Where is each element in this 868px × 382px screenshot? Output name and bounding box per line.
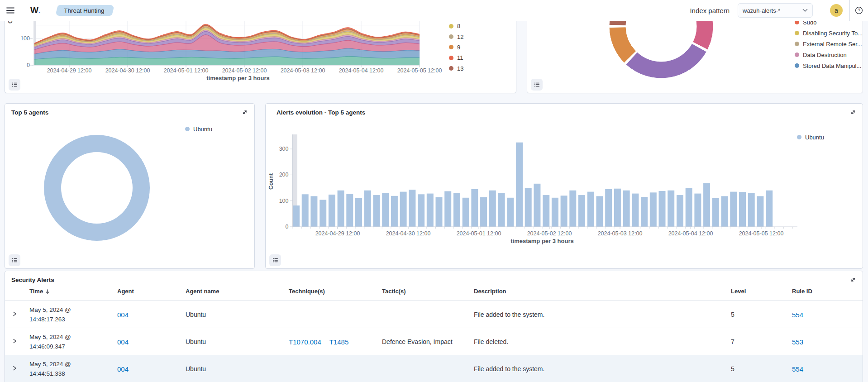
svg-text:2024-05-04 12:00: 2024-05-04 12:00 xyxy=(339,67,384,74)
menu-button[interactable] xyxy=(0,0,21,21)
index-pattern-label: Index pattern xyxy=(690,7,730,14)
legend-label: 11 xyxy=(457,54,463,61)
legend-dot-icon xyxy=(449,24,453,29)
legend-item[interactable]: Ubuntu xyxy=(797,132,824,143)
legend-item[interactable]: 13 xyxy=(449,63,463,74)
panel-title: Security Alerts xyxy=(11,277,54,283)
legend-dot-icon xyxy=(449,66,453,71)
svg-text:2024-05-03 12:00: 2024-05-03 12:00 xyxy=(598,230,643,237)
legend-item[interactable]: Data Destruction xyxy=(795,49,863,60)
legend-item[interactable]: Ubuntu xyxy=(185,124,212,134)
alerts-evolution-legend: Ubuntu xyxy=(797,132,824,143)
svg-text:?: ? xyxy=(858,8,860,13)
svg-text:300: 300 xyxy=(279,146,289,152)
alert-time: May 5, 2024 @14:46:09.347 xyxy=(29,332,71,351)
chevron-right-icon xyxy=(11,310,18,317)
svg-text:2024-04-29 12:00: 2024-04-29 12:00 xyxy=(315,230,360,237)
alert-level: 5 xyxy=(731,311,734,318)
alerts-evolution-chart[interactable]: 01002003002024-04-29 12:002024-04-30 12:… xyxy=(266,104,863,268)
svg-text:Count: Count xyxy=(268,173,274,190)
legend-item[interactable]: 8 xyxy=(449,21,463,31)
agent-id-link[interactable]: 004 xyxy=(117,338,129,345)
alert-table-row: May 5, 2024 @14:44:51.338004UbuntuFile a… xyxy=(5,355,863,382)
top-5-agents-legend: Ubuntu xyxy=(185,124,212,134)
top-5-agents-chart[interactable] xyxy=(5,104,254,268)
donut-chart-legend: SudoDisabling Security To...External Rem… xyxy=(795,17,863,71)
row-expand-button[interactable] xyxy=(10,337,19,346)
technique-links[interactable]: T1070.004T1485 xyxy=(289,338,357,345)
agent-name: Ubuntu xyxy=(186,311,206,318)
alert-level: 7 xyxy=(731,338,734,345)
alert-description: File added to the system. xyxy=(474,311,544,318)
legend-label: 13 xyxy=(457,65,463,72)
help-icon[interactable]: ? xyxy=(850,0,868,21)
agent-id-link[interactable]: 004 xyxy=(117,310,129,318)
column-header-tactics[interactable]: Tactic(s) xyxy=(382,288,406,295)
row-expand-button[interactable] xyxy=(10,310,19,319)
legend-item[interactable]: External Remote Ser... xyxy=(795,38,863,49)
alert-description: File added to the system. xyxy=(474,365,544,372)
svg-text:0: 0 xyxy=(27,62,30,68)
list-icon xyxy=(11,81,18,88)
agent-name: Ubuntu xyxy=(186,338,206,345)
list-icon xyxy=(11,257,18,264)
legend-label: 8 xyxy=(457,23,460,29)
legend-label: Disabling Security To... xyxy=(803,30,863,37)
legend-dot-icon xyxy=(795,53,799,57)
legend-item[interactable]: 11 xyxy=(449,53,463,63)
column-header-description[interactable]: Description xyxy=(474,288,506,295)
column-header-techniques[interactable]: Technique(s) xyxy=(289,288,325,295)
svg-text:100: 100 xyxy=(279,198,289,204)
svg-text:2024-05-01 12:00: 2024-05-01 12:00 xyxy=(457,230,501,237)
column-header-agent-name[interactable]: Agent name xyxy=(186,288,219,295)
technique-link[interactable]: T1485 xyxy=(329,338,349,345)
column-header-rule-id[interactable]: Rule ID xyxy=(792,288,812,295)
row-expand-button[interactable] xyxy=(10,364,19,373)
svg-text:0: 0 xyxy=(286,224,289,230)
index-pattern-value: wazuh-alerts-* xyxy=(743,7,780,14)
technique-link[interactable]: T1070.004 xyxy=(289,338,321,345)
svg-text:2024-05-05 12:00: 2024-05-05 12:00 xyxy=(397,67,442,74)
legend-item[interactable]: 9 xyxy=(449,42,463,53)
panel-security-alerts: Security Alerts Time Agent Agent name Te… xyxy=(5,271,863,382)
column-header-level[interactable]: Level xyxy=(731,288,746,295)
legend-dot-icon xyxy=(185,127,190,131)
expand-button[interactable] xyxy=(848,275,858,285)
inspect-button[interactable] xyxy=(269,254,281,266)
rule-id-link[interactable]: 553 xyxy=(792,338,803,345)
svg-text:2024-05-04 12:00: 2024-05-04 12:00 xyxy=(668,230,713,237)
legend-dot-icon xyxy=(449,56,453,60)
user-avatar[interactable]: a xyxy=(830,4,843,17)
column-header-agent[interactable]: Agent xyxy=(117,288,134,295)
legend-item[interactable]: 12 xyxy=(449,31,463,42)
rule-id-link[interactable]: 554 xyxy=(792,310,803,318)
inspect-button[interactable] xyxy=(9,254,20,266)
top-navigation-bar: W. Threat Hunting Index pattern wazuh-al… xyxy=(0,0,868,21)
svg-text:2024-04-29 12:00: 2024-04-29 12:00 xyxy=(47,67,92,74)
divider xyxy=(823,0,823,21)
inspect-button[interactable] xyxy=(531,79,543,91)
alert-time: May 5, 2024 @14:48:17.263 xyxy=(29,305,71,324)
inspect-button[interactable] xyxy=(9,79,20,91)
legend-dot-icon xyxy=(795,31,799,35)
svg-text:2024-05-02 12:00: 2024-05-02 12:00 xyxy=(527,230,572,237)
breadcrumb-threat-hunting[interactable]: Threat Hunting xyxy=(57,5,113,16)
rule-id-link[interactable]: 554 xyxy=(792,365,803,372)
legend-label: Ubuntu xyxy=(193,126,212,133)
tactics-text: Defence Evasion, Impact xyxy=(382,338,453,345)
svg-text:2024-05-03 12:00: 2024-05-03 12:00 xyxy=(281,67,325,74)
legend-item[interactable]: Disabling Security To... xyxy=(795,28,863,38)
alert-level: 5 xyxy=(731,365,734,372)
legend-dot-icon xyxy=(449,34,453,39)
legend-label: Data Destruction xyxy=(803,52,847,58)
index-pattern-select[interactable]: wazuh-alerts-* xyxy=(738,3,813,18)
column-header-time[interactable]: Time xyxy=(29,288,50,295)
legend-label: Stored Data Manipul... xyxy=(803,62,861,69)
agent-id-link[interactable]: 004 xyxy=(117,365,129,372)
legend-item[interactable]: Stored Data Manipul... xyxy=(795,60,863,71)
svg-text:timestamp per 3 hours: timestamp per 3 hours xyxy=(206,75,269,81)
legend-label: External Remote Ser... xyxy=(803,41,862,48)
svg-text:2024-05-05 12:00: 2024-05-05 12:00 xyxy=(739,230,784,237)
wazuh-logo[interactable]: W. xyxy=(21,5,50,15)
legend-dot-icon xyxy=(797,135,801,139)
